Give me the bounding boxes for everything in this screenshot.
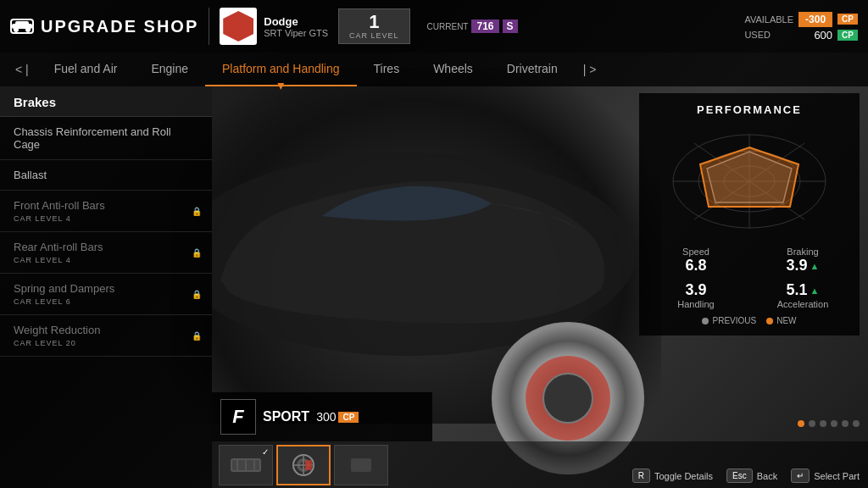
braking-arrow: ▲ [810,261,820,271]
svg-point-4 [25,27,31,32]
car-name: Dodge SRT Viper GTS [264,15,328,38]
used-value: 600 [814,29,832,42]
sidebar-item-front-arb[interactable]: Front Anti-roll Bars CAR LEVEL 4 🔒 [0,191,212,232]
car-model: SRT Viper GTS [264,28,328,38]
part-thumb-2[interactable] [276,445,331,485]
dot-3 [820,420,826,427]
ctrl-select-part[interactable]: ↵ Select Part [791,469,860,483]
pi-area: CURRENT 716 S [427,19,518,33]
legend-previous: PREVIOUS [702,316,756,325]
stat-handling: 3.9 Handling [649,281,743,309]
used-row: USED 600 CP [744,29,858,42]
pi-value: 716 [471,19,498,33]
available-label: AVAILABLE [744,14,793,25]
ctrl-toggle-details[interactable]: R Toggle Details [632,469,713,483]
car-icon [10,19,34,34]
rear-arb-lock-icon: 🔒 [192,248,202,258]
sidebar-item-ballast[interactable]: Ballast [0,160,212,191]
ctrl-back-label: Back [757,471,777,481]
sport-label: SPORT [263,409,309,424]
tab-wheels[interactable]: Wheels [416,53,490,86]
nav-tabs: < | Fuel and Air Engine Platform and Han… [0,53,868,86]
sidebar-item-rear-arb[interactable]: Rear Anti-roll Bars CAR LEVEL 4 🔒 [0,232,212,274]
sidebar-section-brakes: Brakes [0,86,212,117]
pi-class: S [503,19,518,33]
available-value: -300 [798,12,832,27]
spring-dampers-lock-icon: 🔒 [192,290,202,299]
performance-legend: PREVIOUS NEW [649,316,849,325]
car-level-label: CAR LEVEL [349,31,399,40]
tab-drivetrain[interactable]: Drivetrain [490,53,575,86]
car-silhouette [170,68,661,424]
stat-handling-name: Handling [677,299,714,309]
header: UPGRADE SHOP Dodge SRT Viper GTS 1 CAR L… [0,0,868,53]
weight-reduction-level: CAR LEVEL 20 [14,339,198,347]
stat-braking-val: 3.9 [787,257,808,274]
ctrl-select-label: Select Part [814,471,860,481]
front-arb-lock-icon: 🔒 [192,207,202,216]
car-level-number: 1 [369,13,379,31]
weight-reduction-lock-icon: 🔒 [192,331,202,341]
ctrl-esc-key: Esc [726,469,753,483]
shop-title-area: UPGRADE SHOP [10,17,198,36]
accel-arrow: ▲ [810,286,820,296]
rear-arb-level: CAR LEVEL 4 [14,256,198,264]
used-label: USED [744,30,791,40]
nav-arrow-left[interactable]: < | [7,63,37,76]
pi-label: CURRENT [427,22,469,31]
legend-new-dot [766,318,773,324]
ctrl-r-key: R [632,469,650,483]
legend-new: NEW [766,316,796,325]
nav-arrow-right[interactable]: | > [575,63,605,76]
ctrl-enter-key: ↵ [791,469,810,483]
shop-title: UPGRADE SHOP [41,17,198,36]
pi-current-row: CURRENT 716 S [427,19,518,33]
svg-rect-2 [15,21,29,27]
cp-unit: CP [338,412,359,423]
legend-previous-dot [702,318,709,324]
tab-tires[interactable]: Tires [357,53,417,86]
performance-stats: Speed 6.8 Braking 3.9 ▲ 3.9 Handling 5.1… [649,247,849,309]
ctrl-back[interactable]: Esc Back [726,469,777,483]
performance-title: PERFORMANCE [649,103,849,116]
sport-badge: SPORT 300 CP [263,409,359,424]
sidebar-item-chassis[interactable]: Chassis Reinforcement and Roll Cage [0,117,212,160]
part-thumb-1[interactable]: ✓ [219,445,273,485]
dots-indicator [798,420,860,427]
performance-panel: PERFORMANCE Speed 6.8 Braking 3.9 [639,93,860,336]
part-thumb-3[interactable] [334,445,388,485]
forza-letter: F [232,406,243,428]
used-cp: CP [837,30,858,41]
tab-fuel-and-air[interactable]: Fuel and Air [37,53,135,86]
svg-rect-16 [351,458,371,472]
dot-4 [831,420,837,427]
svg-marker-25 [700,147,798,207]
sidebar: Brakes Chassis Reinforcement and Roll Ca… [0,86,212,488]
stat-braking-name: Braking [787,247,818,257]
tab-platform-and-handling[interactable]: Platform and Handling [205,53,357,86]
part-selection-area: F SPORT 300 CP [212,392,432,441]
cp-cost: 300 CP [316,410,359,424]
available-box: AVAILABLE -300 CP USED 600 CP [744,12,858,42]
stat-speed: Speed 6.8 [649,247,743,274]
stat-speed-val: 6.8 [685,257,706,274]
stat-handling-val: 3.9 [685,281,706,299]
stat-speed-name: Speed [682,247,709,257]
dot-5 [842,420,849,427]
forza-logo: F [220,399,256,435]
sidebar-item-weight-reduction[interactable]: Weight Reduction CAR LEVEL 20 🔒 [0,315,212,357]
performance-chart [656,126,843,236]
available-row: AVAILABLE -300 CP [744,12,858,27]
stat-accel-val: 5.1 [787,281,808,299]
svg-rect-15 [305,460,312,470]
front-arb-level: CAR LEVEL 4 [14,214,198,223]
stat-accel-name: Acceleration [777,299,829,309]
car-level-box: 1 CAR LEVEL [338,8,410,44]
dot-6 [853,420,860,427]
sidebar-item-spring-dampers[interactable]: Spring and Dampers CAR LEVEL 6 🔒 [0,274,212,315]
thumb-1-check: ✓ [262,447,269,457]
tab-engine[interactable]: Engine [134,53,205,86]
car-brand-area: Dodge SRT Viper GTS [209,8,328,45]
dodge-logo [220,8,257,45]
dot-2 [809,420,815,427]
